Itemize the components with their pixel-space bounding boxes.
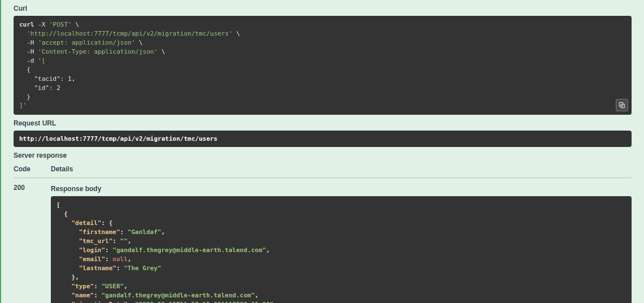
details-column-header: Details [51,165,632,173]
curl-code-block: curl -X 'POST' \ 'http://localhost:7777/… [14,16,632,115]
request-url-heading: Request URL [14,119,632,127]
copy-curl-button[interactable] [616,99,628,111]
curl-cmd: curl [19,21,34,28]
response-body-block: [ { "detail": { "firstname": "Ganldaf", … [51,196,632,303]
response-row: 200 Response body [ { "detail": { "first… [14,184,632,303]
code-column-header: Code [14,165,51,173]
response-table-header: Code Details [14,165,632,178]
server-response-heading: Server response [14,152,632,159]
response-code: 200 [14,184,51,303]
response-body-heading: Response body [51,185,632,193]
request-url-value: http://localhost:7777/tcmp/api/v2/migrat… [14,131,632,147]
curl-heading: Curl [14,5,632,12]
